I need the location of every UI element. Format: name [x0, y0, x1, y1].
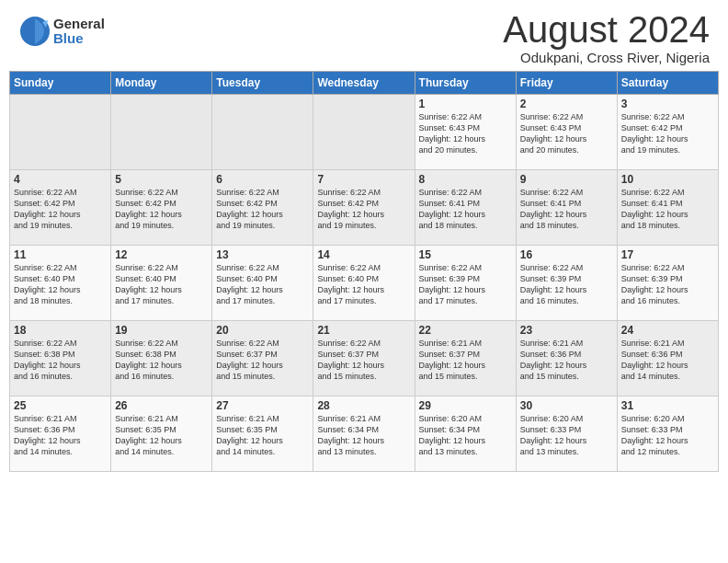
day-number: 16 — [520, 248, 613, 261]
day-info: Sunrise: 6:22 AM Sunset: 6:40 PM Dayligh… — [317, 262, 410, 307]
calendar-empty-cell — [111, 95, 212, 170]
calendar-day-cell: 17Sunrise: 6:22 AM Sunset: 6:39 PM Dayli… — [617, 246, 718, 321]
calendar-day-cell: 13Sunrise: 6:22 AM Sunset: 6:40 PM Dayli… — [212, 246, 313, 321]
day-info: Sunrise: 6:21 AM Sunset: 6:34 PM Dayligh… — [317, 413, 410, 458]
day-info: Sunrise: 6:22 AM Sunset: 6:42 PM Dayligh… — [216, 187, 309, 232]
day-info: Sunrise: 6:21 AM Sunset: 6:37 PM Dayligh… — [419, 338, 512, 383]
calendar-body: 1Sunrise: 6:22 AM Sunset: 6:43 PM Daylig… — [10, 95, 719, 472]
day-number: 31 — [621, 399, 714, 412]
weekday-header: Monday — [111, 72, 212, 95]
day-number: 2 — [520, 98, 613, 110]
calendar-day-cell: 29Sunrise: 6:20 AM Sunset: 6:34 PM Dayli… — [415, 396, 516, 472]
day-info: Sunrise: 6:22 AM Sunset: 6:42 PM Dayligh… — [115, 187, 208, 232]
day-info: Sunrise: 6:22 AM Sunset: 6:38 PM Dayligh… — [14, 338, 107, 383]
day-number: 23 — [520, 324, 613, 337]
day-info: Sunrise: 6:20 AM Sunset: 6:34 PM Dayligh… — [419, 413, 512, 458]
calendar-day-cell: 8Sunrise: 6:22 AM Sunset: 6:41 PM Daylig… — [415, 170, 516, 246]
calendar-day-cell: 1Sunrise: 6:22 AM Sunset: 6:43 PM Daylig… — [415, 95, 516, 170]
title-block: August 2024 Odukpani, Cross River, Niger… — [503, 9, 710, 65]
calendar-day-cell: 6Sunrise: 6:22 AM Sunset: 6:42 PM Daylig… — [212, 170, 313, 246]
calendar-day-cell: 16Sunrise: 6:22 AM Sunset: 6:39 PM Dayli… — [516, 246, 617, 321]
day-number: 15 — [419, 248, 512, 261]
calendar-day-cell: 5Sunrise: 6:22 AM Sunset: 6:42 PM Daylig… — [111, 170, 212, 246]
day-info: Sunrise: 6:22 AM Sunset: 6:41 PM Dayligh… — [621, 187, 714, 232]
logo-text: General Blue — [53, 17, 105, 47]
calendar-day-cell: 11Sunrise: 6:22 AM Sunset: 6:40 PM Dayli… — [10, 246, 111, 321]
day-number: 26 — [115, 399, 208, 412]
logo-icon — [18, 15, 51, 48]
day-info: Sunrise: 6:20 AM Sunset: 6:33 PM Dayligh… — [520, 413, 613, 458]
weekday-header: Tuesday — [212, 72, 313, 95]
calendar-day-cell: 15Sunrise: 6:22 AM Sunset: 6:39 PM Dayli… — [415, 246, 516, 321]
day-number: 18 — [14, 324, 107, 337]
calendar-week-row: 11Sunrise: 6:22 AM Sunset: 6:40 PM Dayli… — [10, 246, 719, 321]
calendar-week-row: 25Sunrise: 6:21 AM Sunset: 6:36 PM Dayli… — [10, 396, 719, 472]
calendar-empty-cell — [313, 95, 415, 170]
calendar-day-cell: 26Sunrise: 6:21 AM Sunset: 6:35 PM Dayli… — [111, 396, 212, 472]
calendar-day-cell: 10Sunrise: 6:22 AM Sunset: 6:41 PM Dayli… — [617, 170, 718, 246]
day-number: 14 — [317, 248, 410, 261]
weekday-header: Wednesday — [313, 72, 415, 95]
day-number: 27 — [216, 399, 309, 412]
day-number: 1 — [419, 98, 512, 110]
calendar-day-cell: 19Sunrise: 6:22 AM Sunset: 6:38 PM Dayli… — [111, 321, 212, 396]
day-info: Sunrise: 6:21 AM Sunset: 6:35 PM Dayligh… — [115, 413, 208, 458]
calendar: SundayMondayTuesdayWednesdayThursdayFrid… — [9, 71, 719, 472]
calendar-day-cell: 3Sunrise: 6:22 AM Sunset: 6:42 PM Daylig… — [617, 95, 718, 170]
day-info: Sunrise: 6:21 AM Sunset: 6:36 PM Dayligh… — [14, 413, 107, 458]
day-info: Sunrise: 6:22 AM Sunset: 6:42 PM Dayligh… — [14, 187, 107, 232]
day-number: 24 — [621, 324, 714, 337]
day-info: Sunrise: 6:22 AM Sunset: 6:38 PM Dayligh… — [115, 338, 208, 383]
calendar-day-cell: 27Sunrise: 6:21 AM Sunset: 6:35 PM Dayli… — [212, 396, 313, 472]
calendar-day-cell: 22Sunrise: 6:21 AM Sunset: 6:37 PM Dayli… — [415, 321, 516, 396]
day-info: Sunrise: 6:20 AM Sunset: 6:33 PM Dayligh… — [621, 413, 714, 458]
header: General Blue August 2024 Odukpani, Cross… — [0, 0, 728, 71]
logo: General Blue — [18, 15, 105, 48]
day-number: 11 — [14, 248, 107, 261]
day-number: 5 — [115, 173, 208, 186]
weekday-header: Friday — [516, 72, 617, 95]
day-info: Sunrise: 6:21 AM Sunset: 6:36 PM Dayligh… — [621, 338, 714, 383]
day-number: 25 — [14, 399, 107, 412]
day-info: Sunrise: 6:21 AM Sunset: 6:36 PM Dayligh… — [520, 338, 613, 383]
day-number: 19 — [115, 324, 208, 337]
day-number: 20 — [216, 324, 309, 337]
day-number: 13 — [216, 248, 309, 261]
day-info: Sunrise: 6:22 AM Sunset: 6:37 PM Dayligh… — [317, 338, 410, 383]
calendar-day-cell: 21Sunrise: 6:22 AM Sunset: 6:37 PM Dayli… — [313, 321, 415, 396]
weekday-header: Saturday — [617, 72, 718, 95]
day-info: Sunrise: 6:21 AM Sunset: 6:35 PM Dayligh… — [216, 413, 309, 458]
calendar-week-row: 1Sunrise: 6:22 AM Sunset: 6:43 PM Daylig… — [10, 95, 719, 170]
weekday-header: Sunday — [10, 72, 111, 95]
day-info: Sunrise: 6:22 AM Sunset: 6:43 PM Dayligh… — [419, 111, 512, 156]
day-number: 30 — [520, 399, 613, 412]
day-info: Sunrise: 6:22 AM Sunset: 6:39 PM Dayligh… — [520, 262, 613, 307]
calendar-day-cell: 20Sunrise: 6:22 AM Sunset: 6:37 PM Dayli… — [212, 321, 313, 396]
weekday-row: SundayMondayTuesdayWednesdayThursdayFrid… — [10, 72, 719, 95]
calendar-day-cell: 18Sunrise: 6:22 AM Sunset: 6:38 PM Dayli… — [10, 321, 111, 396]
day-info: Sunrise: 6:22 AM Sunset: 6:41 PM Dayligh… — [520, 187, 613, 232]
day-number: 22 — [419, 324, 512, 337]
day-number: 7 — [317, 173, 410, 186]
calendar-day-cell: 14Sunrise: 6:22 AM Sunset: 6:40 PM Dayli… — [313, 246, 415, 321]
calendar-header: SundayMondayTuesdayWednesdayThursdayFrid… — [10, 72, 719, 95]
day-info: Sunrise: 6:22 AM Sunset: 6:41 PM Dayligh… — [419, 187, 512, 232]
calendar-day-cell: 28Sunrise: 6:21 AM Sunset: 6:34 PM Dayli… — [313, 396, 415, 472]
day-number: 17 — [621, 248, 714, 261]
day-number: 21 — [317, 324, 410, 337]
calendar-week-row: 18Sunrise: 6:22 AM Sunset: 6:38 PM Dayli… — [10, 321, 719, 396]
day-number: 10 — [621, 173, 714, 186]
day-info: Sunrise: 6:22 AM Sunset: 6:42 PM Dayligh… — [317, 187, 410, 232]
day-number: 29 — [419, 399, 512, 412]
calendar-week-row: 4Sunrise: 6:22 AM Sunset: 6:42 PM Daylig… — [10, 170, 719, 246]
day-number: 3 — [621, 98, 714, 110]
calendar-day-cell: 4Sunrise: 6:22 AM Sunset: 6:42 PM Daylig… — [10, 170, 111, 246]
day-info: Sunrise: 6:22 AM Sunset: 6:40 PM Dayligh… — [216, 262, 309, 307]
calendar-day-cell: 23Sunrise: 6:21 AM Sunset: 6:36 PM Dayli… — [516, 321, 617, 396]
calendar-day-cell: 12Sunrise: 6:22 AM Sunset: 6:40 PM Dayli… — [111, 246, 212, 321]
calendar-day-cell: 7Sunrise: 6:22 AM Sunset: 6:42 PM Daylig… — [313, 170, 415, 246]
calendar-day-cell: 24Sunrise: 6:21 AM Sunset: 6:36 PM Dayli… — [617, 321, 718, 396]
day-number: 28 — [317, 399, 410, 412]
day-info: Sunrise: 6:22 AM Sunset: 6:39 PM Dayligh… — [621, 262, 714, 307]
day-info: Sunrise: 6:22 AM Sunset: 6:43 PM Dayligh… — [520, 111, 613, 156]
